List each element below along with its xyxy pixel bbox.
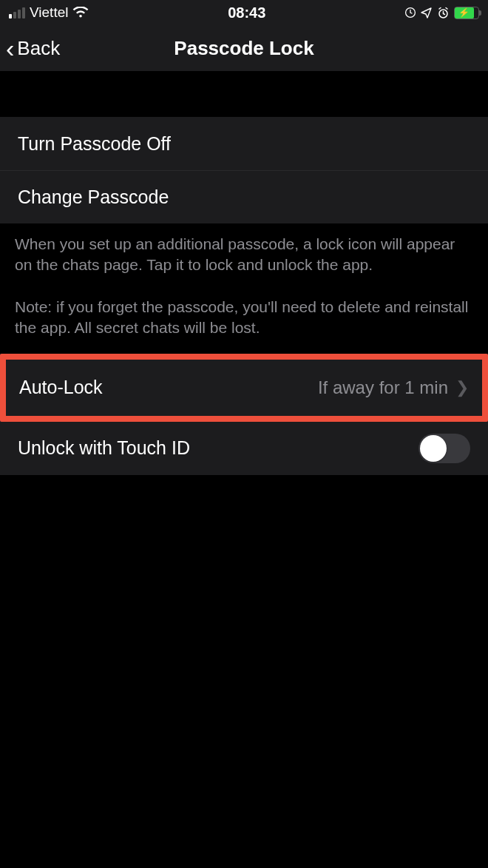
status-bar: Viettel 08:43 ⚡ — [0, 0, 488, 25]
touch-id-toggle[interactable] — [418, 434, 470, 463]
location-icon — [421, 7, 433, 18]
lock-options-group: Auto-Lock If away for 1 min ❯ Unlock wit… — [0, 354, 488, 475]
cell-signal-icon — [9, 7, 25, 18]
carrier-label: Viettel — [30, 4, 68, 21]
highlight-box: Auto-Lock If away for 1 min ❯ — [0, 354, 488, 422]
turn-passcode-off-label: Turn Passcode Off — [18, 133, 171, 155]
back-button[interactable]: ‹ Back — [6, 25, 60, 71]
turn-passcode-off-row[interactable]: Turn Passcode Off — [0, 117, 488, 170]
unlock-touch-id-row[interactable]: Unlock with Touch ID — [0, 422, 488, 475]
status-time: 08:43 — [228, 4, 265, 21]
page-title: Passcode Lock — [174, 37, 314, 60]
wifi-icon — [72, 7, 89, 18]
auto-lock-value: If away for 1 min — [318, 377, 448, 398]
auto-lock-label: Auto-Lock — [19, 377, 103, 398]
passcode-footer-text: When you set up an additional passcode, … — [0, 223, 488, 354]
battery-icon: ⚡ — [454, 7, 479, 19]
footer-line-1: When you set up an additional passcode, … — [15, 234, 473, 276]
footer-line-2: Note: if you forget the passcode, you'll… — [15, 297, 473, 339]
back-label: Back — [17, 37, 60, 60]
orientation-lock-icon — [404, 7, 416, 18]
toggle-knob — [420, 435, 447, 462]
change-passcode-row[interactable]: Change Passcode — [0, 170, 488, 223]
nav-bar: ‹ Back Passcode Lock — [0, 25, 488, 71]
charging-bolt-icon: ⚡ — [458, 8, 470, 17]
passcode-actions-group: Turn Passcode Off Change Passcode — [0, 117, 488, 223]
auto-lock-row[interactable]: Auto-Lock If away for 1 min ❯ — [6, 360, 482, 416]
alarm-icon — [437, 7, 450, 19]
unlock-touch-id-label: Unlock with Touch ID — [18, 437, 190, 459]
change-passcode-label: Change Passcode — [18, 186, 169, 208]
chevron-right-icon: ❯ — [455, 378, 469, 397]
chevron-left-icon: ‹ — [6, 36, 14, 61]
